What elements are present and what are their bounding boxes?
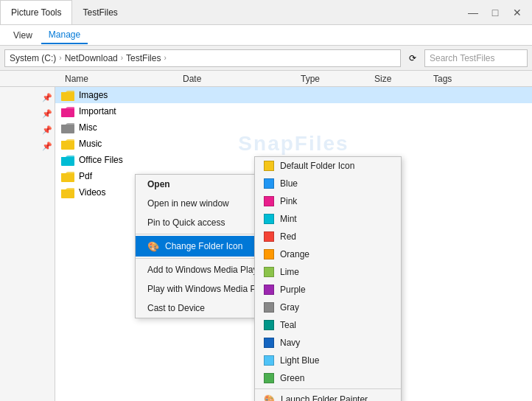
- tab-testfiles[interactable]: TestFiles: [72, 0, 127, 24]
- svg-rect-8: [61, 126, 74, 133]
- color-swatch: [264, 355, 274, 366]
- folder-icon: [61, 106, 74, 117]
- svg-rect-20: [61, 191, 74, 198]
- nav-pane: 📌 📌 📌 📌: [0, 87, 55, 401]
- folder-icon: [61, 155, 74, 166]
- ctx-change-icon-label: Change Folder Icon: [165, 241, 242, 251]
- submenu-item-label: Navy: [280, 338, 300, 348]
- address-bar: System (C:) › NetDownload › TestFiles › …: [0, 46, 532, 71]
- svg-rect-14: [61, 158, 74, 165]
- color-swatch: [264, 302, 274, 313]
- breadcrumb-part-system: System (C:): [10, 53, 56, 63]
- submenu-item-label: Blue: [280, 178, 298, 189]
- paint-icon: 🎨: [147, 240, 159, 252]
- col-tags[interactable]: Tags: [427, 74, 458, 84]
- color-swatch: [264, 267, 274, 277]
- color-swatch: [264, 373, 274, 383]
- submenu-item-label: Lime: [280, 267, 299, 277]
- nav-pin-icon[interactable]: 📌: [40, 90, 55, 105]
- submenu-item-label: Launch Folder Painter: [281, 394, 368, 401]
- file-item[interactable]: Misc: [55, 119, 532, 136]
- submenu-item[interactable]: Green: [255, 369, 401, 387]
- submenu-item[interactable]: Default Folder Icon: [255, 157, 401, 175]
- ribbon-tab-view[interactable]: View: [6, 27, 40, 43]
- tab-picture-tools[interactable]: Picture Tools: [0, 0, 72, 24]
- submenu-item[interactable]: Mint: [255, 210, 401, 228]
- submenu-item[interactable]: Lime: [255, 263, 401, 281]
- svg-rect-17: [61, 175, 74, 181]
- file-name: Misc: [79, 122, 97, 133]
- search-box[interactable]: Search TestFiles: [424, 49, 528, 67]
- submenu-item[interactable]: Purple: [255, 281, 401, 299]
- color-swatch: [264, 214, 274, 224]
- minimize-button[interactable]: —: [464, 4, 482, 21]
- file-list: SnapFiles Images Important Misc Music Of…: [55, 87, 532, 401]
- window-controls: — □ ✕: [464, 0, 532, 24]
- color-swatch: [264, 285, 274, 295]
- color-swatch: [264, 231, 274, 242]
- file-item[interactable]: Music: [55, 136, 532, 152]
- submenu-item-label: Green: [280, 373, 304, 383]
- ctx-cast-label: Cast to Device: [147, 303, 205, 313]
- color-swatch: [264, 161, 274, 171]
- submenu-items: Default Folder IconBluePinkMintRedOrange…: [255, 157, 401, 401]
- submenu-item-label: Teal: [280, 320, 296, 330]
- col-name[interactable]: Name: [59, 74, 177, 84]
- color-swatch: [264, 196, 274, 206]
- file-name: Videos: [79, 187, 105, 198]
- folder-icon: [61, 187, 74, 198]
- submenu-item-label: Purple: [280, 285, 306, 295]
- ctx-open-label: Open: [147, 179, 170, 189]
- file-item[interactable]: Important: [55, 103, 532, 119]
- ribbon-tab-manage[interactable]: Manage: [41, 27, 88, 44]
- folder-icon: [61, 90, 74, 101]
- ctx-open-new-window-label: Open in new window: [147, 198, 229, 209]
- submenu-item-label: Default Folder Icon: [280, 161, 354, 171]
- submenu-item[interactable]: Gray: [255, 299, 401, 316]
- file-name: Office Files: [79, 155, 123, 165]
- submenu-item-label: Mint: [280, 214, 297, 224]
- nav-icon-3[interactable]: 📌: [40, 122, 55, 137]
- submenu-folder-icons: Default Folder IconBluePinkMintRedOrange…: [254, 156, 402, 401]
- file-name: Images: [79, 90, 108, 100]
- submenu-item[interactable]: 🎨Launch Folder Painter: [255, 391, 401, 401]
- col-size[interactable]: Size: [368, 74, 427, 84]
- submenu-item[interactable]: Navy: [255, 334, 401, 352]
- main-layout: 📌 📌 📌 📌 SnapFiles Images Important Misc …: [0, 87, 532, 401]
- breadcrumb-sep-1: ›: [59, 54, 61, 62]
- submenu-item[interactable]: Orange: [255, 245, 401, 263]
- search-placeholder: Search TestFiles: [430, 53, 494, 63]
- svg-rect-11: [61, 142, 74, 149]
- ctx-pin-label: Pin to Quick access: [147, 217, 225, 228]
- color-swatch: [264, 249, 274, 259]
- breadcrumb[interactable]: System (C:) › NetDownload › TestFiles ›: [4, 49, 401, 67]
- submenu-item[interactable]: Light Blue: [255, 352, 401, 369]
- breadcrumb-part-testfiles: TestFiles: [126, 53, 161, 63]
- col-date[interactable]: Date: [177, 74, 295, 84]
- title-bar: Picture Tools TestFiles — □ ✕: [0, 0, 532, 25]
- ribbon: View Manage: [0, 25, 532, 46]
- folder-icon: [61, 122, 74, 133]
- svg-rect-5: [61, 110, 74, 116]
- file-name: Music: [79, 139, 102, 149]
- nav-icon-2[interactable]: 📌: [40, 106, 55, 121]
- color-swatch: [264, 178, 274, 189]
- submenu-item[interactable]: Pink: [255, 192, 401, 210]
- submenu-sep: [255, 388, 401, 389]
- refresh-button[interactable]: ⟳: [404, 49, 421, 67]
- submenu-item[interactable]: Teal: [255, 316, 401, 334]
- breadcrumb-sep-2: ›: [121, 54, 123, 62]
- color-swatch: [264, 338, 274, 348]
- submenu-item[interactable]: Red: [255, 228, 401, 245]
- folder-icon: [61, 171, 74, 182]
- file-item[interactable]: Images: [55, 87, 532, 103]
- maximize-button[interactable]: □: [486, 4, 504, 21]
- col-type[interactable]: Type: [295, 74, 368, 84]
- nav-icon-4[interactable]: 📌: [40, 139, 55, 153]
- breadcrumb-sep-3: ›: [164, 54, 166, 62]
- submenu-item[interactable]: Blue: [255, 175, 401, 192]
- submenu-item-label: Gray: [280, 302, 299, 313]
- submenu-item-label: Orange: [280, 249, 309, 259]
- close-button[interactable]: ✕: [508, 4, 526, 21]
- breadcrumb-part-netdownload: NetDownload: [65, 53, 118, 63]
